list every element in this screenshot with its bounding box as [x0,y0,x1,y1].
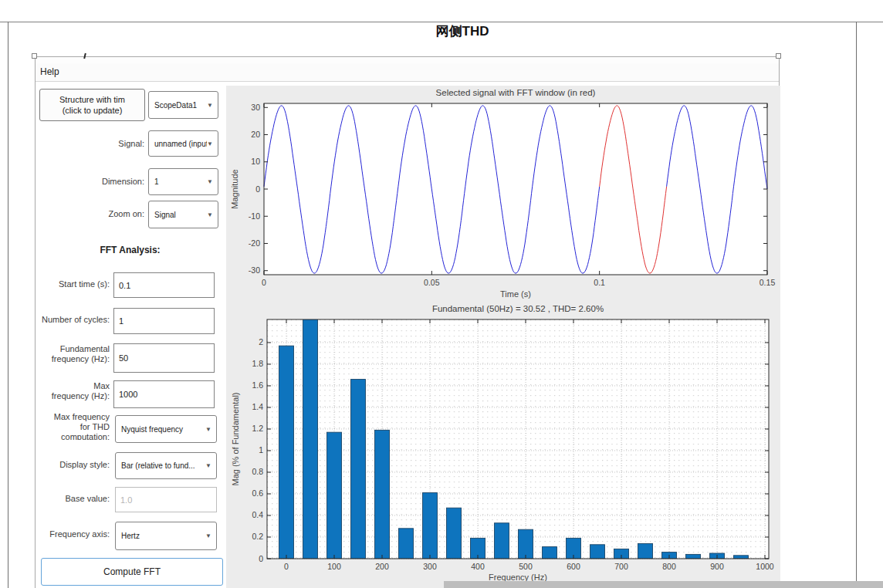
structure-update-button[interactable]: Structure with tim (click to update) [39,89,145,121]
max-frequency-thd-select[interactable]: Nyquist frequency ▼ [115,415,217,443]
document-page: 网侧THD Help Structure with tim (click to … [0,0,883,588]
dimension-label: Dimension: [39,177,144,187]
svg-text:10: 10 [251,157,260,166]
svg-text:2: 2 [259,337,263,346]
max-frequency-input[interactable] [113,380,215,408]
fft-bar-chart: 00.20.40.60.811.21.41.61.820100200300400… [226,302,780,588]
svg-text:900: 900 [710,562,724,571]
chevron-down-icon: ▼ [207,140,218,147]
fft-analysis-section-title: FFT Analysis: [36,245,225,255]
svg-text:0: 0 [259,554,263,563]
svg-text:1000: 1000 [756,562,774,571]
structure-select[interactable]: ScopeData1 ▼ [148,91,218,119]
zoom-on-select[interactable]: Signal ▼ [148,201,218,228]
svg-text:700: 700 [614,562,628,571]
fft-bar [519,529,533,559]
display-style-select-value: Bar (relative to fund... [116,461,205,470]
cycles-input[interactable] [113,308,215,334]
display-style-label: Display style: [36,460,110,470]
signal-label: Signal: [39,139,144,149]
svg-text:1: 1 [259,445,263,455]
svg-text:0.15: 0.15 [760,278,776,287]
frequency-axis-label: Frequency axis: [36,529,110,539]
frequency-axis-select[interactable]: Hertz ▼ [115,522,217,550]
menu-item-help[interactable]: Help [36,63,64,81]
svg-text:Fundamental (50Hz) = 30.52 , T: Fundamental (50Hz) = 30.52 , THD= 2.60% [432,304,604,313]
chevron-down-icon: ▼ [205,532,216,539]
window-titlebar[interactable] [36,57,779,63]
fft-bar [375,430,390,559]
fft-bar [423,493,438,559]
compute-fft-button[interactable]: Compute FFT [41,558,223,586]
chevron-down-icon: ▼ [207,211,218,218]
svg-text:1.8: 1.8 [252,359,263,368]
svg-text:30: 30 [251,103,260,112]
dimension-select[interactable]: 1 ▼ [148,168,218,195]
signal-chart: 3020100-10-20-3000.050.10.15Selected sig… [226,86,780,302]
fft-bar [447,508,462,559]
fft-bar [495,523,509,559]
svg-text:20: 20 [251,130,260,139]
svg-text:0.4: 0.4 [252,510,263,519]
svg-text:-20: -20 [249,238,260,248]
base-value-input [115,487,217,512]
signal-select[interactable]: unnamed (input 1) ▼ [148,130,218,157]
svg-text:0.05: 0.05 [424,278,440,287]
fft-bar [399,529,414,559]
svg-text:Mag (% of Fundamental): Mag (% of Fundamental) [231,392,240,485]
fft-bar [543,547,557,559]
svg-text:Selected signal with FFT windo: Selected signal with FFT window (in red) [436,88,596,97]
chevron-down-icon: ▼ [207,102,218,109]
start-time-input[interactable] [113,272,215,298]
svg-text:-30: -30 [249,265,260,275]
svg-text:1.6: 1.6 [252,380,263,390]
svg-text:0.2: 0.2 [252,532,263,541]
svg-text:Magnitude: Magnitude [230,169,239,208]
svg-text:0: 0 [255,184,260,194]
fft-bar [279,346,294,559]
dimension-select-value: 1 [149,177,207,186]
svg-text:800: 800 [662,562,676,571]
page-border-right [856,22,857,588]
fft-bar [590,545,605,559]
svg-text:200: 200 [375,562,389,571]
page-border-left [8,22,8,588]
horizontal-scrollbar-thumb[interactable] [444,581,883,588]
start-time-label: Start time (s): [36,279,110,289]
chevron-down-icon: ▼ [205,462,216,469]
selection-handle-top-right[interactable] [776,53,781,59]
max-frequency-thd-select-value: Nyquist frequency [116,425,205,434]
svg-text:-10: -10 [249,211,260,221]
fft-bar [303,302,318,559]
fundamental-frequency-input[interactable] [113,343,215,373]
svg-text:0: 0 [262,278,266,287]
selection-handle-top-left[interactable] [32,53,37,59]
frequency-axis-select-value: Hertz [116,532,205,540]
svg-text:400: 400 [471,562,485,571]
signal-select-value: unnamed (input 1) [149,140,207,148]
svg-text:300: 300 [423,562,437,571]
base-value-label: Base value: [36,494,110,504]
fft-bar [351,380,366,559]
svg-text:1.2: 1.2 [252,424,263,433]
chart-panel: 3020100-10-20-3000.050.10.15Selected sig… [226,86,780,588]
svg-text:0: 0 [284,562,289,571]
chevron-down-icon: ▼ [205,426,216,433]
zoom-on-label: Zoom on: [39,209,144,219]
fft-bar [686,554,701,559]
fft-analysis-tool-window: Help Structure with tim (click to update… [35,56,780,588]
svg-text:0.1: 0.1 [594,278,605,287]
svg-text:1.4: 1.4 [252,402,263,411]
structure-select-value: ScopeData1 [149,101,207,110]
cycles-label: Number of cycles: [36,315,110,325]
document-title: 网侧THD [436,22,489,40]
svg-text:100: 100 [327,562,341,571]
svg-text:Time (s): Time (s) [500,289,531,299]
display-style-select[interactable]: Bar (relative to fund... ▼ [115,452,217,479]
chevron-down-icon: ▼ [207,178,218,185]
max-frequency-label: Max frequency (Hz): [36,381,110,401]
zoom-on-select-value: Signal [149,211,207,219]
menu-bar: Help [36,63,779,82]
svg-text:500: 500 [519,562,533,571]
svg-text:0.8: 0.8 [252,467,263,476]
